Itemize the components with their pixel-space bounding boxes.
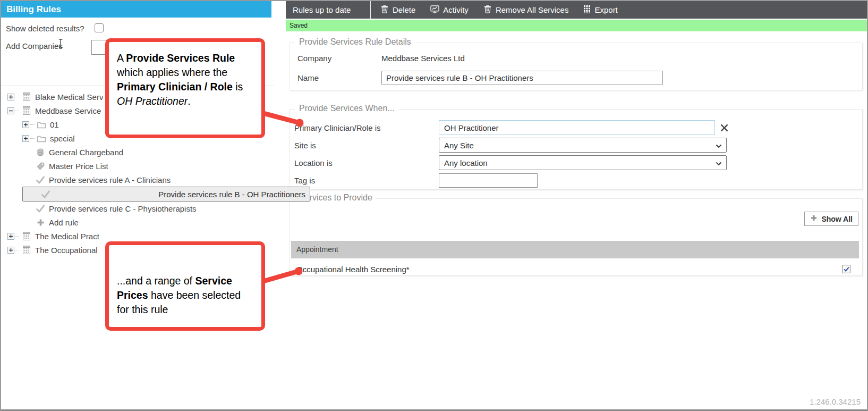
site-label: Site is (294, 141, 439, 150)
tree-item-rule-c[interactable]: Provide services rule C - Physiotherapis… (22, 202, 274, 215)
show-deleted-label: Show deleted results? (6, 24, 84, 33)
tree-item-label: General Chargeband (49, 148, 123, 157)
rule-details-section: Provide Services Rule Details Company Me… (290, 43, 863, 90)
collapse-minus-icon[interactable] (7, 107, 14, 114)
tree-connector (15, 236, 20, 237)
primary-clinician-label: Primary Clinician/Role is (294, 123, 439, 132)
tree-item-master-price-list[interactable]: Master Price List (22, 159, 274, 173)
location-select[interactable]: Any location (439, 155, 727, 170)
plus-icon (810, 214, 818, 223)
trash-icon (483, 5, 492, 15)
services-section: Services to Provide Show All Appointment… (290, 198, 863, 276)
check-icon (36, 204, 45, 213)
chevron-down-icon (716, 158, 722, 167)
remove-all-services-label: Remove All Services (496, 5, 569, 14)
rules-status-text: Rules up to date (286, 5, 370, 14)
page-title: Billing Rules (1, 1, 271, 18)
activity-button[interactable]: Activity (430, 5, 469, 15)
annotation-callout-prices: ...and a range of Service Prices have be… (105, 241, 265, 331)
tree-item-label: Blake Medical Serv (35, 93, 103, 102)
database-icon (36, 147, 45, 157)
delete-button-label: Delete (393, 5, 415, 14)
tree-item-label: Master Price List (49, 162, 108, 171)
activity-chart-icon (430, 5, 439, 15)
clear-x-icon[interactable] (720, 123, 729, 132)
annotation-callout-rule: A Provide Services Rule which applies wh… (105, 38, 265, 138)
tree-item-add-rule[interactable]: Add rule (22, 215, 274, 229)
chevron-down-icon (716, 141, 722, 150)
rule-details-legend: Provide Services Rule Details (295, 37, 415, 47)
show-all-button[interactable]: Show All (804, 212, 858, 226)
grid-icon (583, 5, 591, 15)
tree-connector (15, 111, 20, 111)
site-select-value: Any Site (444, 141, 474, 150)
company-label: Company (297, 54, 381, 63)
tree-connector (30, 138, 35, 139)
toolbar-divider (370, 1, 371, 19)
billing-rules-window: Billing Rules Show deleted results? Add … (0, 0, 868, 411)
company-value: Meddbase Services Ltd (381, 54, 465, 63)
tree-item-label: The Medical Pract (35, 232, 99, 241)
toolbar: Rules up to date Delete Activity Remove … (286, 1, 867, 19)
remove-all-services-button[interactable]: Remove All Services (483, 5, 569, 15)
tree-item-label: Add rule (49, 218, 79, 227)
text-cursor-icon (58, 38, 64, 51)
appointment-group-header: Appointment (291, 241, 859, 258)
conditions-legend: Provide Services When... (295, 104, 398, 113)
saved-banner: Saved (286, 20, 867, 31)
tree-item-label: 01 (50, 120, 59, 129)
activity-button-label: Activity (443, 5, 469, 14)
tree-item-general-chargeband[interactable]: General Chargeband (22, 145, 274, 159)
tree-item-rule-a[interactable]: Provide services rule A - Clinicians (22, 173, 274, 187)
expand-plus-icon[interactable] (22, 135, 29, 142)
export-button-label: Export (594, 5, 617, 14)
version-number: 1.246.0.34215 (810, 397, 861, 406)
location-select-value: Any location (444, 158, 488, 167)
service-row-label: Occupational Health Screening* (296, 265, 410, 274)
expand-plus-icon[interactable] (7, 94, 14, 100)
add-companies-label: Add Companies (6, 41, 63, 51)
check-icon (41, 189, 50, 199)
rule-name-input[interactable] (381, 71, 663, 85)
location-label: Location is (294, 158, 439, 167)
tree-item-label: Meddbase Service (35, 106, 101, 115)
tag-label: Tag is (294, 176, 439, 185)
export-button[interactable]: Export (583, 5, 617, 15)
expand-plus-icon[interactable] (7, 247, 14, 254)
service-row: Occupational Health Screening* (291, 261, 859, 277)
tree-item-rule-b-selected[interactable]: Provide services rule B - OH Practitione… (22, 187, 310, 202)
trash-icon (380, 5, 389, 15)
check-icon (36, 175, 45, 184)
site-select[interactable]: Any Site (439, 138, 727, 153)
service-checkbox-checked[interactable] (842, 265, 850, 273)
expand-plus-icon[interactable] (7, 233, 14, 240)
tree-item-label: Provide services rule B - OH Practitione… (158, 190, 305, 199)
folder-icon (37, 133, 46, 143)
building-icon (22, 245, 31, 255)
expand-plus-icon[interactable] (22, 121, 29, 128)
tree-item-label: Provide services rule A - Clinicians (49, 175, 171, 184)
tree-connector (15, 250, 20, 250)
primary-clinician-field[interactable]: OH Practitioner (439, 120, 715, 135)
show-all-label: Show All (821, 215, 853, 223)
tag-input[interactable] (439, 173, 538, 188)
tree-connector (15, 97, 20, 97)
name-label: Name (297, 73, 381, 82)
building-icon (22, 106, 31, 115)
primary-clinician-value: OH Practitioner (444, 123, 499, 132)
building-icon (22, 231, 31, 241)
tree-item-label: Provide services rule C - Physiotherapis… (49, 204, 197, 213)
conditions-section: Provide Services When... Primary Clinici… (290, 109, 863, 190)
tree-item-label: The Occupational (35, 246, 98, 255)
tree-connector (30, 124, 35, 125)
callout-pointer (260, 106, 308, 133)
tree-item-label: special (50, 134, 75, 143)
tag-icon (36, 161, 45, 171)
show-deleted-checkbox[interactable] (95, 23, 104, 32)
callout-pointer (260, 263, 308, 287)
building-icon (22, 92, 31, 102)
folder-icon (37, 120, 46, 129)
plus-icon (36, 217, 45, 227)
delete-button[interactable]: Delete (380, 5, 415, 15)
